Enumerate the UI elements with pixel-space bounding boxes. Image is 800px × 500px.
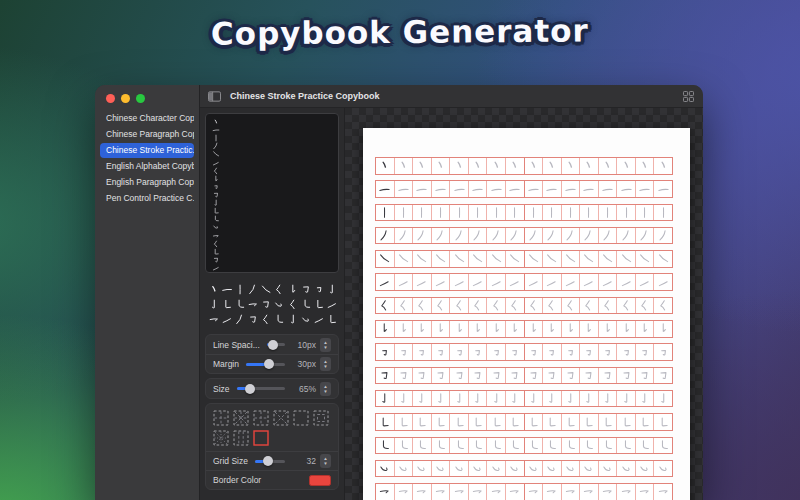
pie-stroke-glyph [601,229,614,242]
practice-cell [599,484,618,500]
shuzhe-stroke-glyph [620,416,633,429]
dian-stroke-glyph [601,159,614,172]
margin-label: Margin [213,359,239,369]
sidebar-item-6[interactable]: Pen Control Practice C... [100,191,194,206]
margin-stepper[interactable]: ▲▼ [320,357,331,371]
piedian-stroke-glyph [212,240,220,248]
practice-cell [432,461,451,477]
practice-cell [636,321,655,337]
sidebar-item-4[interactable]: English Alphabet Copyb... [100,159,194,174]
grid-style-option-vertical-dashed[interactable] [233,430,249,446]
practice-cell [413,391,432,407]
practice-cell [543,298,562,314]
practice-cell [506,461,525,477]
practice-cell [413,321,432,337]
practice-cell [636,181,655,197]
practice-cell [636,205,655,221]
sidebar-item-5[interactable]: English Paragraph Copy... [100,175,194,190]
line-spacing-stepper[interactable]: ▲▼ [320,338,331,352]
practice-cell [376,228,395,244]
practice-cell [376,391,395,407]
shu-stroke-glyph [471,206,484,219]
practice-cell [376,461,395,477]
sidebar-item-2[interactable]: Chinese Paragraph Cop... [100,127,194,142]
dian-stroke-glyph [212,118,220,126]
practice-cell [469,461,488,477]
na-stroke-glyph [527,252,540,265]
wogou-stroke-glyph [212,223,220,231]
sidebar-item-3[interactable]: Chinese Stroke Practic... [100,143,194,158]
wogou-stroke-glyph [564,462,577,475]
shuzhe-stroke-glyph [638,416,651,429]
grid-style-option-plain[interactable] [253,430,269,446]
shu-stroke-glyph [527,206,540,219]
line-spacing-slider-thumb[interactable] [268,340,278,350]
preview-row [208,312,338,327]
size-slider-thumb[interactable] [245,384,255,394]
grid-style-option-empty-dashed[interactable] [293,410,309,426]
practice-cell [562,251,581,267]
grid-style-option-tian-dashed[interactable] [213,410,229,426]
line-spacing-slider[interactable] [267,343,285,346]
shugou-stroke-glyph [287,313,299,326]
practice-row-pie [375,227,673,245]
strokes-text-input[interactable] [205,113,339,273]
margin-slider-thumb[interactable] [264,359,274,369]
apps-grid-icon[interactable] [682,91,695,102]
size-group: Size 65% ▲▼ [205,378,339,399]
hengzhegou-stroke-glyph [564,369,577,382]
practice-cell [525,274,544,290]
practice-cell [469,274,488,290]
grid-style-option-diagonal-dashed[interactable] [273,410,289,426]
practice-cell [636,158,655,174]
hengzhegou_small-stroke-glyph [582,346,595,359]
practice-cell [617,274,636,290]
practice-cell [525,321,544,337]
sidebar-toggle-icon[interactable] [208,91,221,102]
practice-cell [395,368,414,384]
henggou-stroke-glyph [212,232,220,240]
grid-style-option-cross-dashed[interactable] [253,410,269,426]
size-slider[interactable] [237,387,285,390]
wogou-stroke-glyph [300,313,312,326]
grid-style-option-mi-dotted[interactable] [213,430,229,446]
copybook-list: Chinese Character Cop...Chinese Paragrap… [95,111,199,206]
sidebar-item-1[interactable]: Chinese Character Cop... [100,111,194,126]
practice-cell [599,321,618,337]
na-stroke-glyph [601,252,614,265]
practice-cell [599,391,618,407]
size-stepper[interactable]: ▲▼ [320,382,331,396]
piedian-stroke-glyph [601,299,614,312]
practice-cell [376,158,395,174]
close-button[interactable] [106,94,115,103]
grid-style-option-mi-dashed[interactable] [233,410,249,426]
na-stroke-glyph [545,252,558,265]
practice-cell [636,461,655,477]
grid-size-slider[interactable] [255,460,285,463]
border-color-swatch[interactable] [309,475,331,486]
grid-size-slider-thumb[interactable] [263,456,273,466]
wogou-stroke-glyph [471,462,484,475]
grid-style-option-hui-dashed[interactable] [313,410,329,426]
piedian-stroke-glyph [657,299,670,312]
shuwan-stroke-glyph [545,439,558,452]
dian-stroke-glyph [397,159,410,172]
grid-group: Grid Size 32 ▲▼ Border Color [205,403,339,490]
practice-cell [617,228,636,244]
zoom-button[interactable] [136,94,145,103]
shuzhe-stroke-glyph [508,416,521,429]
pie-stroke-glyph [527,229,540,242]
grid-size-stepper[interactable]: ▲▼ [320,454,331,468]
na-stroke-glyph [212,150,220,158]
hengzhegou-stroke-glyph [471,369,484,382]
practice-cell [469,391,488,407]
wogou-stroke-glyph [527,462,540,475]
shuti-stroke-glyph [545,322,558,335]
margin-slider[interactable] [246,363,285,366]
dian-stroke-glyph [657,159,670,172]
pie-stroke-glyph [415,229,428,242]
practice-row-shugou [375,390,673,408]
practice-cell [450,181,469,197]
minimize-button[interactable] [121,94,130,103]
practice-cell [395,461,414,477]
